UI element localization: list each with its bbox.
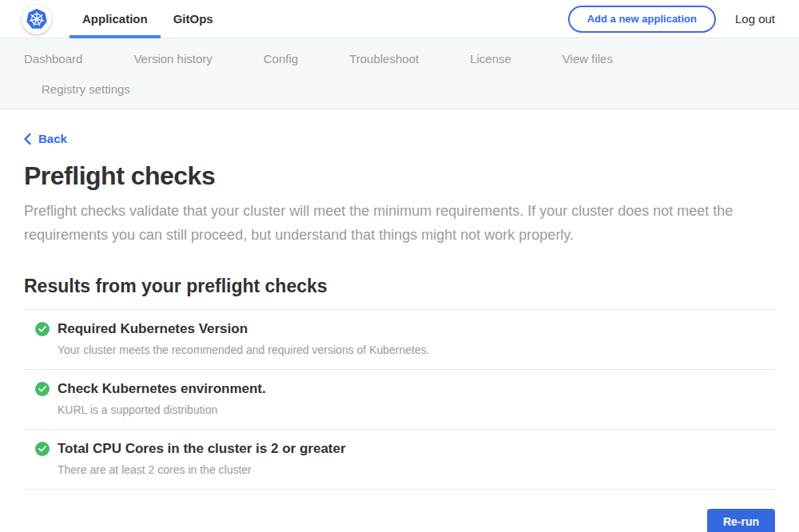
subnav-row-2: Registry settings [24,82,775,96]
preflight-page: Back Preflight checks Preflight checks v… [0,109,799,532]
subnav-item-config[interactable]: Config [264,52,298,66]
subnav-item-view-files[interactable]: View files [562,52,613,66]
actions-bar: Re-run [24,509,775,532]
check-row-header: Check Kubernetes environment. [35,381,775,397]
tab-gitops-label: GitOps [173,12,213,26]
subnav-item-dashboard[interactable]: Dashboard [24,52,82,66]
kubernetes-logo[interactable] [22,4,52,34]
app-subnav: Dashboard Version history Config Trouble… [0,38,799,109]
primary-tabs: Application GitOps [70,0,226,38]
subnav-item-troubleshoot[interactable]: Troubleshoot [349,52,419,66]
check-description: KURL is a supported distribution [58,403,775,416]
results-heading: Results from your preflight checks [24,276,775,297]
check-description: Your cluster meets the recommended and r… [58,343,775,356]
preflight-check-row: Required Kubernetes Version Your cluster… [24,309,775,369]
subnav-row-1: Dashboard Version history Config Trouble… [24,52,775,66]
tab-application[interactable]: Application [70,0,161,38]
check-pass-icon [35,322,50,336]
logout-link[interactable]: Log out [735,12,775,26]
kubernetes-helm-icon [25,7,49,31]
preflight-check-row: Check Kubernetes environment. KURL is a … [24,369,775,429]
check-title: Required Kubernetes Version [58,321,248,337]
check-row-header: Required Kubernetes Version [35,321,775,337]
subnav-item-registry-settings[interactable]: Registry settings [42,82,130,96]
tab-gitops[interactable]: GitOps [161,0,226,38]
check-title: Total CPU Cores in the cluster is 2 or g… [58,441,346,457]
top-nav: Application GitOps Add a new application… [0,0,799,38]
check-description: There are at least 2 cores in the cluste… [58,463,775,476]
page-title: Preflight checks [24,161,775,191]
subnav-item-license[interactable]: License [470,52,511,66]
check-pass-icon [35,382,50,396]
check-title: Check Kubernetes environment. [58,381,266,397]
subnav-item-version-history[interactable]: Version history [133,52,212,66]
tab-application-label: Application [82,12,148,26]
back-link-label: Back [38,132,67,145]
chevron-left-icon [24,133,31,145]
header-actions: Add a new application Log out [568,6,775,33]
page-description: Preflight checks validate that your clus… [24,199,775,247]
add-new-application-button[interactable]: Add a new application [568,6,716,33]
check-row-header: Total CPU Cores in the cluster is 2 or g… [35,441,775,457]
preflight-check-list: Required Kubernetes Version Your cluster… [24,309,775,490]
back-link[interactable]: Back [24,132,67,145]
rerun-button[interactable]: Re-run [707,509,775,532]
check-pass-icon [35,442,50,456]
preflight-check-row: Total CPU Cores in the cluster is 2 or g… [24,429,775,489]
